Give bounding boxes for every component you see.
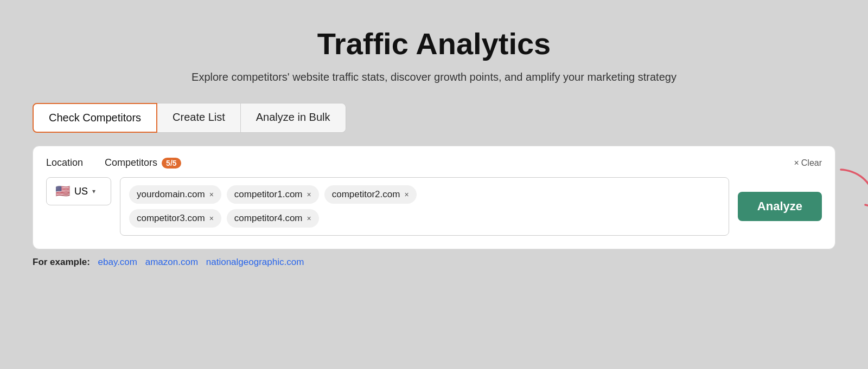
arrow-container: [835, 164, 868, 231]
tab-check-competitors[interactable]: Check Competitors: [33, 103, 157, 133]
domains-row-1: yourdomain.com × competitor1.com × compe…: [129, 185, 720, 204]
clear-button[interactable]: × Clear: [794, 158, 822, 168]
arrow-icon: [835, 164, 868, 229]
search-panel: Location Competitors 5/5 × Clear 🇺🇸 US ▾…: [33, 146, 835, 249]
chevron-down-icon: ▾: [92, 187, 95, 195]
competitors-badge: 5/5: [162, 158, 181, 169]
location-selector[interactable]: 🇺🇸 US ▾: [46, 177, 111, 205]
domain-tag-0: yourdomain.com ×: [129, 185, 221, 204]
example-link-1[interactable]: amazon.com: [145, 257, 198, 267]
tab-group: Check Competitors Create List Analyze in…: [33, 103, 346, 133]
search-panel-container: Location Competitors 5/5 × Clear 🇺🇸 US ▾…: [33, 146, 835, 249]
page-title: Traffic Analytics: [317, 26, 551, 61]
domain-name-4: competitor4.com: [234, 213, 303, 224]
flag-icon: 🇺🇸: [55, 184, 70, 198]
domains-container[interactable]: yourdomain.com × competitor1.com × compe…: [120, 177, 729, 236]
panel-body: 🇺🇸 US ▾ yourdomain.com × competitor1.com…: [46, 177, 822, 236]
domain-name-3: competitor3.com: [137, 213, 205, 224]
example-link-0[interactable]: ebay.com: [98, 257, 137, 267]
panel-header: Location Competitors 5/5 × Clear: [46, 157, 822, 169]
remove-domain-4[interactable]: ×: [307, 214, 311, 223]
domain-name-0: yourdomain.com: [137, 189, 205, 200]
country-label: US: [74, 186, 88, 197]
location-label: Location: [46, 157, 83, 169]
remove-domain-1[interactable]: ×: [307, 190, 311, 199]
tab-create-list[interactable]: Create List: [157, 103, 241, 133]
remove-domain-2[interactable]: ×: [404, 190, 409, 199]
domains-row-2: competitor3.com × competitor4.com ×: [129, 209, 720, 228]
examples-section: For example: ebay.com amazon.com nationa…: [33, 257, 304, 268]
domain-tag-2: competitor2.com ×: [324, 185, 417, 204]
example-link-2[interactable]: nationalgeographic.com: [206, 257, 304, 267]
examples-label: For example:: [33, 257, 90, 267]
close-icon: ×: [794, 158, 799, 168]
domain-tag-1: competitor1.com ×: [227, 185, 319, 204]
competitors-label: Competitors 5/5: [105, 157, 794, 169]
page-subtitle: Explore competitors' website traffic sta…: [192, 71, 676, 83]
remove-domain-3[interactable]: ×: [209, 214, 214, 223]
domain-name-2: competitor2.com: [332, 189, 400, 200]
remove-domain-0[interactable]: ×: [209, 190, 214, 199]
analyze-button[interactable]: Analyze: [738, 192, 822, 221]
domain-name-1: competitor1.com: [234, 189, 303, 200]
domain-tag-4: competitor4.com ×: [227, 209, 319, 228]
tab-analyze-in-bulk[interactable]: Analyze in Bulk: [241, 103, 346, 133]
domain-tag-3: competitor3.com ×: [129, 209, 221, 228]
